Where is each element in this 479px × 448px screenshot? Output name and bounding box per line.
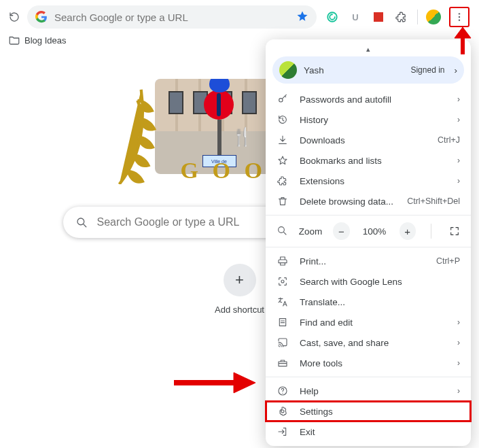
chevron-right-icon: › xyxy=(457,115,460,124)
chevron-right-icon: › xyxy=(457,156,460,165)
extensions-puzzle-icon[interactable] xyxy=(394,10,409,24)
menu-item-label: More tools xyxy=(300,358,446,368)
menu-profile-row[interactable]: Yash Signed in › xyxy=(272,56,464,84)
omnibox[interactable] xyxy=(27,5,317,29)
grammarly-ext-icon[interactable] xyxy=(325,10,340,24)
bookmark-item[interactable]: Blog Ideas xyxy=(24,35,66,46)
zoom-icon xyxy=(277,225,288,237)
menu-item-label: Passwords and autofill xyxy=(300,94,446,105)
add-shortcut-tile[interactable]: + Add shortcut xyxy=(213,264,267,315)
menu-item-label: Cast, save, and share xyxy=(300,338,446,348)
menu-help[interactable]: Help › xyxy=(266,381,471,401)
chevron-right-icon: › xyxy=(457,386,460,396)
svg-point-10 xyxy=(282,393,283,394)
menu-item-label: Search with Google Lens xyxy=(300,277,460,287)
svg-point-6 xyxy=(279,99,283,102)
exit-icon xyxy=(277,426,289,438)
svg-point-0 xyxy=(327,12,337,22)
key-icon xyxy=(277,93,289,105)
menu-item-label: Extensions xyxy=(300,176,446,186)
menu-item-label: Zoom xyxy=(299,226,323,237)
history-icon xyxy=(277,114,289,126)
menu-extensions[interactable]: Extensions › xyxy=(266,171,471,191)
find-icon xyxy=(277,316,289,328)
menu-cast[interactable]: Cast, save, and share › xyxy=(266,332,471,353)
fullscreen-button[interactable] xyxy=(446,222,463,240)
chevron-right-icon: › xyxy=(457,338,460,347)
signed-in-badge: Signed in xyxy=(410,65,444,75)
puzzle-icon xyxy=(277,175,289,187)
menu-passwords[interactable]: Passwords and autofill › xyxy=(266,89,471,109)
menu-delete-browsing[interactable]: Delete browsing data... Ctrl+Shift+Del xyxy=(266,191,471,211)
toolbox-icon xyxy=(277,357,289,369)
folder-icon xyxy=(8,34,20,46)
add-shortcut-label: Add shortcut xyxy=(215,305,264,315)
google-g-icon xyxy=(35,11,48,23)
browser-toolbar: U xyxy=(0,0,479,31)
menu-item-label: Exit xyxy=(300,427,460,437)
star-outline-icon xyxy=(277,154,289,167)
chrome-menu-button[interactable] xyxy=(449,7,469,27)
trash-icon xyxy=(277,195,289,207)
cast-icon xyxy=(277,337,289,349)
profile-name: Yash xyxy=(304,65,404,75)
menu-exit[interactable]: Exit xyxy=(266,421,471,442)
print-icon xyxy=(277,255,289,267)
menu-separator xyxy=(266,377,471,377)
plus-icon: + xyxy=(224,264,256,296)
ext-u-icon[interactable]: U xyxy=(348,10,363,24)
menu-item-label: Find and edit xyxy=(300,317,446,328)
menu-find[interactable]: Find and edit › xyxy=(266,312,471,332)
svg-point-11 xyxy=(281,410,284,413)
menu-item-label: Downloads xyxy=(300,135,427,145)
menu-item-label: Bookmarks and lists xyxy=(300,156,446,166)
chevron-right-icon: › xyxy=(455,65,458,75)
menu-more-tools[interactable]: More tools › xyxy=(266,353,471,373)
avatar xyxy=(279,61,297,79)
menu-bookmarks[interactable]: Bookmarks and lists › xyxy=(266,150,471,171)
svg-point-5 xyxy=(77,218,84,225)
omnibox-input[interactable] xyxy=(54,12,289,23)
search-icon xyxy=(75,216,88,228)
menu-item-shortcut: Ctrl+Shift+Del xyxy=(407,196,460,206)
svg-point-7 xyxy=(279,227,285,233)
zoom-value: 100% xyxy=(361,226,389,237)
menu-item-label: History xyxy=(300,115,446,125)
chevron-right-icon: › xyxy=(457,358,460,368)
svg-point-1 xyxy=(459,13,460,14)
menu-zoom-row: Zoom − 100% + xyxy=(266,219,471,243)
menu-item-label: Delete browsing data... xyxy=(300,196,396,207)
menu-lens[interactable]: Search with Google Lens xyxy=(266,271,471,292)
reload-button[interactable] xyxy=(7,10,22,24)
menu-separator xyxy=(266,247,471,247)
menu-item-label: Translate... xyxy=(300,297,460,307)
svg-point-8 xyxy=(281,280,284,283)
menu-settings[interactable]: Settings xyxy=(266,401,471,421)
chevron-right-icon: › xyxy=(457,94,460,104)
extensions-area: U xyxy=(322,7,472,27)
download-icon xyxy=(277,134,289,146)
annotation-arrow-right xyxy=(174,371,255,394)
ext-red-square-icon[interactable] xyxy=(371,10,386,24)
menu-item-label: Help xyxy=(300,386,446,396)
menu-downloads[interactable]: Downloads Ctrl+J xyxy=(266,130,471,150)
separator xyxy=(431,224,431,239)
menu-separator xyxy=(266,215,471,216)
menu-item-label: Settings xyxy=(300,407,460,417)
menu-print[interactable]: Print... Ctrl+P xyxy=(266,251,471,271)
menu-item-shortcut: Ctrl+P xyxy=(436,256,460,266)
menu-item-shortcut: Ctrl+J xyxy=(438,135,460,145)
bookmark-star-icon[interactable] xyxy=(296,10,308,24)
menu-translate[interactable]: Translate... xyxy=(266,292,471,312)
chevron-right-icon: › xyxy=(457,176,460,186)
svg-point-2 xyxy=(459,16,460,18)
menu-collapse-caret[interactable]: ▴ xyxy=(266,45,471,54)
toolbar-separator xyxy=(417,10,418,24)
menu-history[interactable]: History › xyxy=(266,109,471,130)
menu-item-label: Print... xyxy=(300,256,425,266)
zoom-in-button[interactable]: + xyxy=(400,222,416,240)
zoom-out-button[interactable]: − xyxy=(333,222,349,240)
profile-avatar[interactable] xyxy=(426,10,441,24)
help-icon xyxy=(277,385,289,397)
chevron-right-icon: › xyxy=(457,317,460,327)
